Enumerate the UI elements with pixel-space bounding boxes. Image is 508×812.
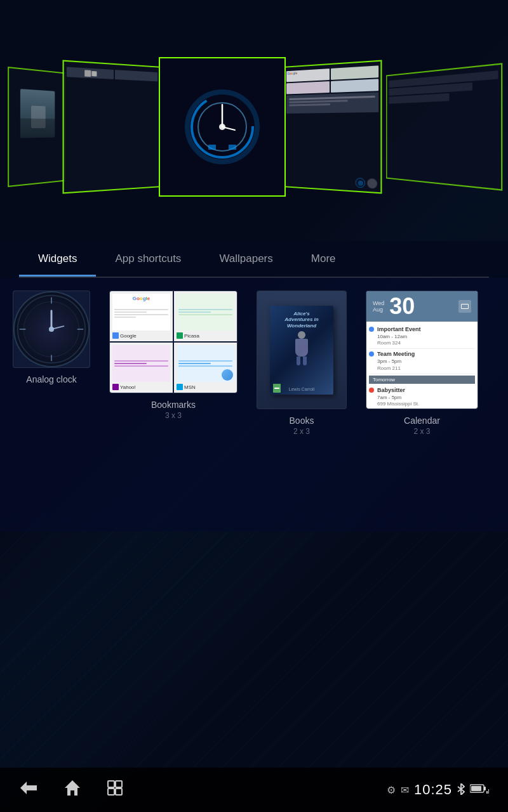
- widget-calendar-size: 2 x 3: [413, 427, 430, 436]
- background-bottom-lines: [0, 514, 508, 768]
- svg-rect-27: [488, 789, 489, 794]
- preview-panel-center[interactable]: [159, 57, 286, 197]
- widget-calendar[interactable]: Wed Aug 30 Important Event: [366, 291, 478, 436]
- svg-marker-18: [65, 780, 80, 796]
- svg-rect-22: [116, 789, 122, 795]
- status-time: 10:25: [414, 782, 452, 798]
- books-preview: Alice'sAdventures inWonderland: [257, 291, 347, 409]
- widget-bookmarks-size: 3 x 3: [165, 411, 182, 420]
- svg-rect-20: [116, 781, 122, 787]
- home-button[interactable]: [64, 779, 81, 801]
- analog-clock-preview: [13, 291, 90, 368]
- bluetooth-icon: [457, 783, 465, 797]
- bookmark-google: Google Goo: [110, 291, 173, 341]
- navigation-bar: ⚙ ✉ 10:25: [0, 768, 508, 812]
- svg-rect-21: [108, 789, 114, 795]
- widget-bookmarks-label: Bookmarks: [151, 400, 196, 410]
- nav-left-buttons: [19, 779, 123, 801]
- analog-clock-face: [13, 291, 90, 367]
- android-icon: ⚙: [387, 784, 396, 796]
- battery-icon: [470, 783, 489, 797]
- preview-panel-2[interactable]: [63, 60, 161, 194]
- bookmark-picasa: Picasa: [174, 291, 237, 341]
- clock-ring: [184, 89, 260, 165]
- preview-panel-1[interactable]: [8, 67, 65, 187]
- widget-books-size: 2 x 3: [293, 427, 310, 436]
- svg-rect-6: [208, 145, 216, 150]
- widget-bookmarks[interactable]: Google Goo: [109, 291, 237, 420]
- bookmarks-preview: Google Goo: [109, 291, 237, 393]
- tabs-row: Widgets App shortcuts Wallpapers More: [19, 241, 489, 277]
- widgets-section: Analog clock Google: [0, 278, 508, 532]
- tab-more[interactable]: More: [292, 241, 355, 277]
- tab-wallpapers[interactable]: Wallpapers: [200, 241, 291, 277]
- bookmarks-grid-widget: Google Goo: [110, 291, 237, 393]
- tab-app-shortcuts[interactable]: App shortcuts: [96, 241, 200, 277]
- preview-panel-4[interactable]: Google: [284, 60, 382, 194]
- back-button[interactable]: [19, 780, 38, 799]
- widget-calendar-label: Calendar: [404, 416, 440, 426]
- nav-right-status: ⚙ ✉ 10:25: [387, 782, 489, 798]
- svg-marker-17: [20, 782, 37, 794]
- email-icon: ✉: [401, 784, 409, 796]
- svg-rect-24: [484, 787, 486, 790]
- bookmark-yahoo: Yahoo!: [110, 343, 173, 393]
- tabs-section: Widgets App shortcuts Wallpapers More: [0, 241, 508, 278]
- photo-thumbnail: [20, 89, 55, 138]
- svg-rect-26: [486, 791, 488, 794]
- widget-analog-clock[interactable]: Analog clock: [13, 291, 90, 386]
- calendar-widget-display: Wed Aug 30 Important Event: [366, 291, 478, 409]
- homescreen-previews: Google: [0, 0, 508, 241]
- svg-rect-7: [229, 145, 236, 150]
- calendar-preview: Wed Aug 30 Important Event: [366, 291, 478, 409]
- tab-widgets[interactable]: Widgets: [19, 241, 96, 277]
- bookmark-msn: MSN: [174, 343, 237, 393]
- svg-rect-19: [108, 781, 114, 787]
- books-widget-display: Alice'sAdventures inWonderland: [257, 291, 346, 409]
- widget-analog-clock-label: Analog clock: [26, 374, 76, 384]
- svg-point-16: [49, 327, 54, 332]
- widget-books[interactable]: Alice'sAdventures inWonderland: [257, 291, 347, 436]
- widgets-grid: Analog clock Google: [13, 291, 495, 436]
- preview-panel-5[interactable]: [386, 63, 502, 190]
- svg-rect-25: [471, 786, 481, 791]
- widget-books-label: Books: [290, 416, 314, 426]
- recents-button[interactable]: [107, 780, 123, 800]
